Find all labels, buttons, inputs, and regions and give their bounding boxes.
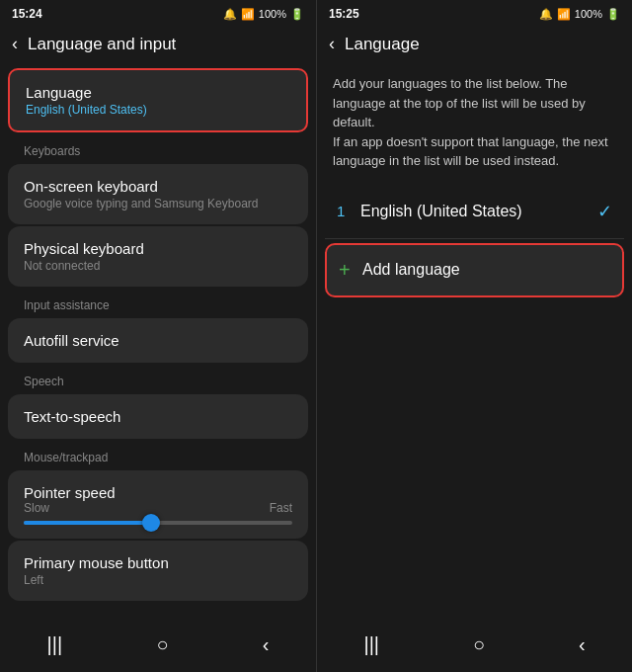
right-nav-bar: ||| ○ ‹ — [317, 622, 632, 672]
language-number-1: 1 — [337, 203, 360, 219]
add-language-text: Add language — [362, 261, 460, 279]
left-page-title: Language and input — [28, 35, 176, 54]
text-to-speech-title: Text-to-speech — [24, 408, 292, 425]
left-battery-icon: 🔋 — [290, 8, 304, 21]
on-screen-keyboard-item[interactable]: On-screen keyboard Google voice typing a… — [8, 164, 308, 224]
right-signal-icon: 🔔 — [539, 8, 553, 21]
right-back-button[interactable]: ‹ — [329, 34, 335, 54]
right-recent-button[interactable]: ||| — [363, 633, 379, 656]
left-home-button[interactable]: ○ — [156, 633, 168, 656]
left-back-button[interactable]: ‹ — [12, 34, 18, 54]
physical-keyboard-title: Physical keyboard — [24, 240, 292, 257]
left-signal-icon: 🔔 — [223, 8, 237, 21]
right-panel: 15:25 🔔 📶 100% 🔋 ‹ Language Add your lan… — [316, 0, 632, 672]
left-time: 15:24 — [12, 7, 42, 21]
right-status-icons: 🔔 📶 100% 🔋 — [539, 8, 620, 21]
left-nav-bar: ||| ○ ‹ — [0, 622, 316, 672]
on-screen-keyboard-title: On-screen keyboard — [24, 178, 292, 195]
physical-keyboard-item[interactable]: Physical keyboard Not connected — [8, 226, 308, 287]
lang-list-divider — [325, 238, 624, 239]
physical-keyboard-subtitle: Not connected — [24, 259, 292, 273]
right-back-nav-button[interactable]: ‹ — [579, 633, 586, 656]
language-description-text: Add your languages to the list below. Th… — [333, 76, 608, 168]
left-settings-list: Language English (United States) Keyboar… — [0, 62, 316, 622]
right-network-icon: 📶 — [557, 8, 571, 21]
right-battery-icon: 🔋 — [606, 8, 620, 21]
slider-thumb[interactable] — [142, 514, 160, 532]
left-status-icons: 🔔 📶 100% 🔋 — [223, 8, 304, 21]
slider-fast-label: Fast — [270, 501, 292, 515]
left-network-icon: 📶 — [241, 8, 255, 21]
right-status-bar: 15:25 🔔 📶 100% 🔋 — [317, 0, 632, 26]
left-status-bar: 15:24 🔔 📶 100% 🔋 — [0, 0, 316, 26]
autofill-service-title: Autofill service — [24, 332, 292, 349]
left-panel: 15:24 🔔 📶 100% 🔋 ‹ Language and input La… — [0, 0, 316, 672]
primary-mouse-button-subtitle: Left — [24, 573, 292, 587]
on-screen-keyboard-subtitle: Google voice typing and Samsung Keyboard — [24, 197, 292, 210]
pointer-speed-title: Pointer speed — [24, 484, 292, 501]
language-list: 1 English (United States) ✓ + Add langua… — [317, 179, 632, 309]
right-time: 15:25 — [329, 7, 359, 21]
left-top-bar: ‹ Language and input — [0, 26, 316, 62]
add-language-item[interactable]: + Add language — [325, 243, 624, 297]
right-top-bar: ‹ Language — [317, 26, 632, 62]
right-page-title: Language — [345, 35, 420, 54]
primary-mouse-button-item[interactable]: Primary mouse button Left — [8, 541, 308, 601]
speech-section-label: Speech — [8, 365, 308, 392]
primary-mouse-button-title: Primary mouse button — [24, 554, 292, 571]
right-battery-label: 100% — [575, 8, 602, 20]
left-back-nav-button[interactable]: ‹ — [263, 633, 270, 656]
add-language-plus-icon: + — [339, 259, 362, 282]
language-check-icon: ✓ — [597, 201, 612, 222]
slider-track[interactable] — [24, 521, 292, 525]
language-name-english: English (United States) — [360, 203, 597, 220]
right-home-button[interactable]: ○ — [473, 633, 485, 656]
slider-labels: Slow Fast — [24, 501, 292, 515]
language-item-subtitle: English (United States) — [26, 103, 290, 117]
slider-fill — [24, 521, 153, 525]
keyboards-section-label: Keyboards — [8, 134, 308, 162]
slider-slow-label: Slow — [24, 501, 49, 515]
pointer-speed-item[interactable]: Pointer speed Slow Fast — [8, 470, 308, 539]
left-recent-button[interactable]: ||| — [47, 633, 63, 656]
language-item-title: Language — [26, 84, 290, 101]
text-to-speech-item[interactable]: Text-to-speech — [8, 394, 308, 439]
left-battery-label: 100% — [259, 8, 286, 20]
language-description: Add your languages to the list below. Th… — [317, 62, 632, 179]
autofill-service-item[interactable]: Autofill service — [8, 318, 308, 363]
language-item-english[interactable]: 1 English (United States) ✓ — [325, 187, 624, 236]
input-assistance-section-label: Input assistance — [8, 289, 308, 316]
right-spacer — [317, 309, 632, 623]
mouse-section-label: Mouse/trackpad — [8, 441, 308, 468]
language-item[interactable]: Language English (United States) — [8, 68, 308, 132]
